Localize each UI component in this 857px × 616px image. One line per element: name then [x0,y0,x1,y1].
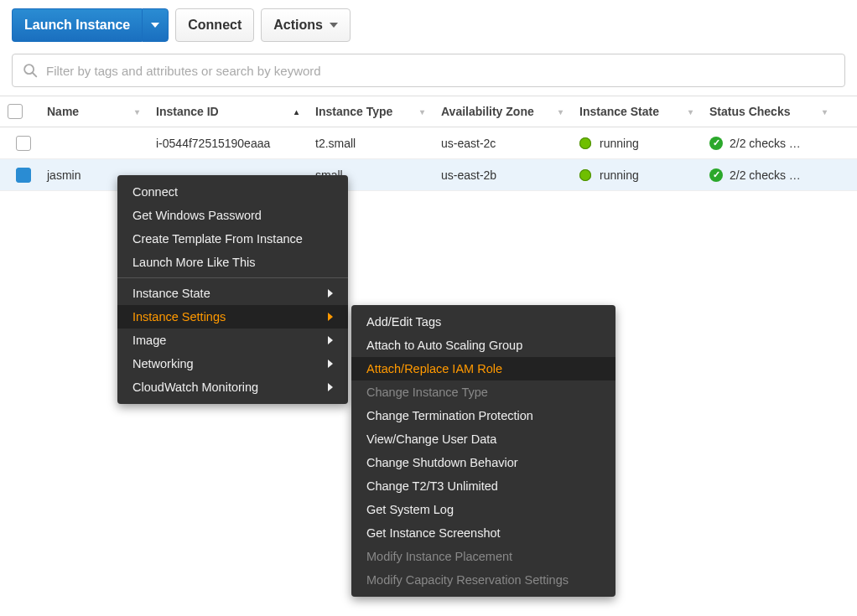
chevron-down-icon [151,23,159,28]
chevron-right-icon [328,360,333,368]
submenu-item-user-data[interactable]: View/Change User Data [351,427,615,451]
submenu-item-instance-placement: Modify Instance Placement [351,545,615,568]
cell-instance-type: t2.small [315,137,441,150]
svg-line-1 [33,73,37,77]
check-icon: ✓ [709,168,723,182]
cell-status: ✓2/2 checks … [709,168,844,182]
search-bar[interactable] [12,54,845,87]
submenu-item-change-instance-type: Change Instance Type [351,380,615,404]
state-dot-icon [579,169,591,181]
row-checkbox[interactable] [16,136,31,151]
menu-item-get-windows-password[interactable]: Get Windows Password [117,204,348,227]
toolbar: Launch Instance Connect Actions [0,0,857,50]
col-availability-zone[interactable]: Availability Zone▾ [441,105,579,118]
state-dot-icon [579,137,591,149]
submenu-item-attach-iam-role[interactable]: Attach/Replace IAM Role [351,357,615,380]
cell-az: us-east-2b [441,168,579,182]
submenu-item-termination-protection[interactable]: Change Termination Protection [351,404,615,427]
actions-label: Actions [273,18,323,33]
menu-item-image[interactable]: Image [117,329,348,352]
submenu-item-t2-t3-unlimited[interactable]: Change T2/T3 Unlimited [351,474,615,498]
chevron-right-icon [328,313,333,321]
submenu-item-instance-screenshot[interactable]: Get Instance Screenshot [351,521,615,545]
col-instance-id[interactable]: Instance ID▴ [156,105,315,118]
table-header: Name▾ Instance ID▴ Instance Type▾ Availa… [0,96,857,127]
select-all-checkbox[interactable] [0,104,47,119]
submenu-item-system-log[interactable]: Get System Log [351,498,615,521]
submenu-item-add-edit-tags[interactable]: Add/Edit Tags [351,310,615,334]
cell-state: running [579,168,709,182]
launch-instance-split: Launch Instance [12,8,169,42]
chevron-right-icon [328,289,333,298]
submenu-item-capacity-reservation: Modify Capacity Reservation Settings [351,568,615,592]
col-instance-type[interactable]: Instance Type▾ [315,105,441,118]
col-status-checks[interactable]: Status Checks▾ [709,105,844,118]
menu-item-cloudwatch[interactable]: CloudWatch Monitoring [117,375,348,399]
col-name[interactable]: Name▾ [47,105,156,118]
row-checkbox[interactable] [16,168,31,183]
cell-az: us-east-2c [441,137,579,150]
cell-instance-id: i-0544f72515190eaaa [156,137,315,150]
submenu-item-attach-asg[interactable]: Attach to Auto Scaling Group [351,334,615,357]
chevron-down-icon [330,23,338,28]
submenu-item-shutdown-behavior[interactable]: Change Shutdown Behavior [351,451,615,474]
menu-item-connect[interactable]: Connect [117,180,348,204]
cell-state: running [579,137,709,150]
connect-button[interactable]: Connect [175,8,254,42]
menu-item-networking[interactable]: Networking [117,352,348,375]
menu-item-instance-settings[interactable]: Instance Settings [117,305,348,329]
menu-item-launch-more[interactable]: Launch More Like This [117,251,348,274]
col-instance-state[interactable]: Instance State▾ [579,105,709,118]
launch-instance-button[interactable]: Launch Instance [12,8,142,42]
table-row[interactable]: i-0544f72515190eaaa t2.small us-east-2c … [0,127,857,159]
actions-button[interactable]: Actions [261,8,351,42]
menu-item-instance-state[interactable]: Instance State [117,282,348,305]
menu-item-create-template[interactable]: Create Template From Instance [117,227,348,251]
search-icon [21,61,39,80]
menu-separator [117,277,348,278]
launch-instance-dropdown[interactable] [142,8,169,42]
check-icon: ✓ [709,137,723,150]
context-submenu-instance-settings: Add/Edit Tags Attach to Auto Scaling Gro… [351,305,615,597]
search-input[interactable] [39,64,836,78]
chevron-right-icon [328,336,333,344]
chevron-right-icon [328,383,333,391]
cell-status: ✓2/2 checks … [709,137,844,150]
context-menu: Connect Get Windows Password Create Temp… [117,175,348,404]
